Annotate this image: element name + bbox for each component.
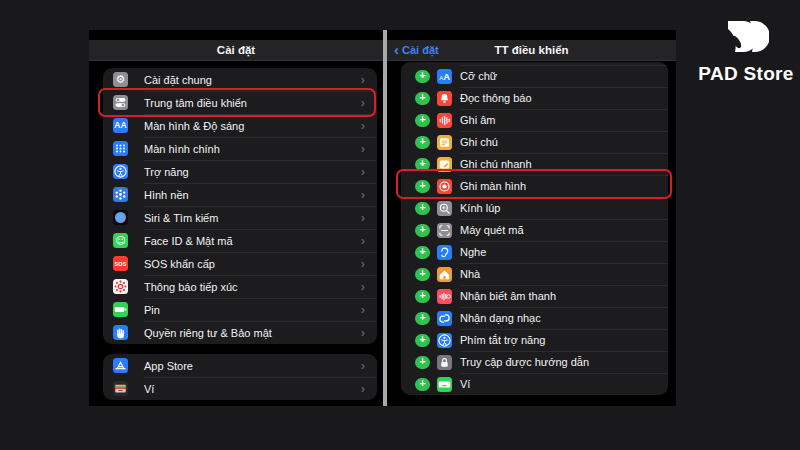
- chevron-right-icon: ›: [361, 96, 365, 109]
- row-label: Phím tắt trợ năng: [460, 334, 545, 346]
- settings-row[interactable]: +Máy quét mã: [401, 219, 668, 241]
- svg-text:A: A: [443, 70, 450, 81]
- add-control-button[interactable]: +: [415, 356, 430, 369]
- add-control-button[interactable]: +: [415, 202, 430, 215]
- add-control-button[interactable]: +: [415, 378, 430, 391]
- brand-name: PAD Store: [698, 63, 794, 85]
- control-center-screen: ‹ Cài đặt TT điều khiển +AACỡ chữ+Đọc th…: [387, 30, 676, 406]
- right-nav-bar: ‹ Cài đặt TT điều khiển: [387, 40, 676, 61]
- settings-row[interactable]: +Ghi âm: [401, 109, 668, 131]
- row-label: App Store: [144, 360, 193, 372]
- settings-row[interactable]: Ví›: [103, 377, 377, 400]
- settings-row[interactable]: Siri & Tìm kiếm›: [103, 206, 377, 229]
- row-label: Truy cập được hướng dẫn: [460, 356, 589, 368]
- row-label: Màn hình & Độ sáng: [144, 120, 244, 132]
- settings-row[interactable]: ⚙Cài đặt chung›: [103, 68, 377, 91]
- settings-row[interactable]: +Ghi chú nhanh: [401, 153, 668, 175]
- settings-row[interactable]: ☺Face ID & Mật mã›: [103, 229, 377, 252]
- row-label: Nhà: [460, 268, 480, 280]
- brand-logo: PAD Store: [698, 20, 794, 85]
- left-nav-bar: Cài đặt: [89, 40, 383, 61]
- back-label: Cài đặt: [402, 44, 439, 56]
- row-label: Thông báo tiếp xúc: [144, 281, 238, 293]
- add-control-button[interactable]: +: [415, 334, 430, 347]
- chevron-right-icon: ›: [361, 326, 365, 339]
- settings-row[interactable]: Hình nền›: [103, 183, 377, 206]
- home-screen-grid-icon: [113, 141, 128, 156]
- row-label: Nhận biết âm thanh: [460, 290, 556, 302]
- control-center-icon: [113, 95, 128, 110]
- row-label: SOS khẩn cấp: [144, 258, 215, 270]
- add-control-button[interactable]: +: [415, 224, 430, 237]
- add-control-button[interactable]: +: [415, 290, 430, 303]
- sos-icon: SOS: [113, 256, 128, 271]
- settings-row[interactable]: +Nhà: [401, 263, 668, 285]
- settings-row[interactable]: Màn hình chính›: [103, 137, 377, 160]
- add-control-button[interactable]: +: [415, 92, 430, 105]
- accessibility-shortcut-icon: [437, 333, 452, 348]
- chevron-right-icon: ›: [361, 257, 365, 270]
- wallet-icon: [437, 377, 452, 392]
- settings-row[interactable]: +Nhận dạng nhạc: [401, 307, 668, 329]
- add-control-button[interactable]: +: [415, 136, 430, 149]
- chevron-right-icon: ›: [361, 188, 365, 201]
- add-control-button[interactable]: +: [415, 268, 430, 281]
- chevron-right-icon: ›: [361, 280, 365, 293]
- add-control-button[interactable]: +: [415, 180, 430, 193]
- settings-row[interactable]: +Đọc thông báo: [401, 87, 668, 109]
- accessibility-icon: [113, 164, 128, 179]
- wallpaper-icon: [113, 187, 128, 202]
- exposure-notifications-icon: [113, 279, 128, 294]
- row-label: Ghi chú: [460, 136, 498, 148]
- privacy-hand-icon: [113, 325, 128, 340]
- row-label: Ví: [144, 383, 154, 395]
- settings-row[interactable]: App Store›: [103, 354, 377, 377]
- wallet-multicolor-icon: [113, 381, 128, 396]
- add-control-button[interactable]: +: [415, 246, 430, 259]
- settings-row[interactable]: +Ví: [401, 373, 668, 395]
- settings-row[interactable]: +Nghe: [401, 241, 668, 263]
- settings-row[interactable]: Quyền riêng tư & Bảo mật›: [103, 321, 377, 344]
- add-control-button[interactable]: +: [415, 114, 430, 127]
- back-button[interactable]: ‹ Cài đặt: [394, 40, 439, 60]
- settings-row[interactable]: Trung tâm điều khiển›: [103, 91, 377, 114]
- home-icon: [437, 267, 452, 282]
- row-label: Máy quét mã: [460, 224, 524, 236]
- row-label: Trung tâm điều khiển: [144, 97, 247, 109]
- settings-row[interactable]: +Truy cập được hướng dẫn: [401, 351, 668, 373]
- add-control-button[interactable]: +: [415, 312, 430, 325]
- add-control-button[interactable]: +: [415, 70, 430, 83]
- settings-row[interactable]: +Kính lúp: [401, 197, 668, 219]
- voice-memos-icon: [437, 113, 452, 128]
- text-size-icon: AA: [437, 69, 452, 84]
- settings-group-main: ⚙Cài đặt chung›Trung tâm điều khiển›AAMà…: [103, 68, 377, 344]
- row-label: Nghe: [460, 246, 486, 258]
- sound-recognition-icon: [437, 289, 452, 304]
- settings-row[interactable]: AAMàn hình & Độ sáng›: [103, 114, 377, 137]
- page-title: TT điều khiển: [494, 44, 568, 56]
- settings-row[interactable]: Trợ năng›: [103, 160, 377, 183]
- settings-row[interactable]: +Ghi chú: [401, 131, 668, 153]
- row-label: Quyền riêng tư & Bảo mật: [144, 327, 272, 339]
- quick-note-icon: [437, 157, 452, 172]
- add-control-button[interactable]: +: [415, 158, 430, 171]
- settings-group-store: App Store›Ví›: [103, 354, 377, 400]
- row-label: Nhận dạng nhạc: [460, 312, 541, 324]
- row-label: Ví: [460, 378, 470, 390]
- row-label: Cỡ chữ: [460, 70, 497, 82]
- settings-row[interactable]: Pin›: [103, 298, 377, 321]
- row-label: Trợ năng: [144, 166, 189, 178]
- settings-row[interactable]: Thông báo tiếp xúc›: [103, 275, 377, 298]
- settings-row[interactable]: +Phím tắt trợ năng: [401, 329, 668, 351]
- settings-row[interactable]: +Ghi màn hình: [401, 175, 668, 197]
- settings-row[interactable]: +Nhận biết âm thanh: [401, 285, 668, 307]
- chevron-right-icon: ›: [361, 142, 365, 155]
- settings-row[interactable]: +AACỡ chữ: [401, 65, 668, 87]
- gear-icon: ⚙: [113, 72, 128, 87]
- announce-notifications-icon: [437, 91, 452, 106]
- face-id-icon: ☺: [113, 233, 128, 248]
- chevron-right-icon: ›: [361, 359, 365, 372]
- screen-recording-icon: [437, 179, 452, 194]
- chevron-right-icon: ›: [361, 165, 365, 178]
- settings-row[interactable]: SOSSOS khẩn cấp›: [103, 252, 377, 275]
